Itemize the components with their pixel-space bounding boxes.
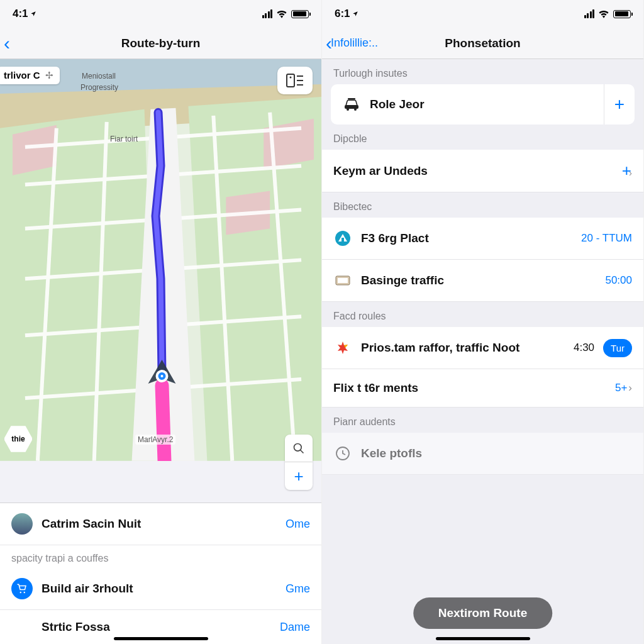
group-header: Bibectec (322, 192, 643, 218)
phone-left: 4:1 ‹ Route-by-turn (0, 0, 322, 644)
home-indicator (436, 637, 530, 640)
wifi-icon (276, 9, 287, 18)
svg-rect-27 (341, 238, 344, 242)
list-row[interactable]: Basinge traffic 50:00 (322, 260, 643, 302)
row-meta: 5+› (615, 382, 632, 394)
bottom-panel: Catrim Sacin Nuit Ome spacity trapi a co… (0, 502, 321, 644)
place-thumb-icon (11, 513, 33, 535)
list-row[interactable]: Flix t t6r ments 5+› (322, 369, 643, 408)
route-plus-icon: ✢ (45, 70, 53, 80)
map-zoom-controls: + (285, 435, 313, 490)
map-search-button[interactable] (285, 435, 313, 462)
svg-point-14 (290, 77, 292, 79)
row-meta: 20 - TTUM (581, 232, 632, 245)
vehicle-row[interactable]: Role Jeor + (331, 84, 635, 125)
next-route-button[interactable]: Nextirom Route (413, 597, 552, 629)
status-bar: 6:1 (322, 0, 643, 28)
section-header: spacity trapi a couffes (0, 545, 321, 568)
back-button[interactable]: ‹ Infolillie:.. (322, 34, 378, 53)
status-time: 4:1 (13, 8, 28, 20)
svg-rect-22 (345, 105, 358, 109)
settings-list: Turlough insutes Role Jeor + Dipcble Key… (322, 59, 643, 644)
location-arrow-icon (30, 11, 36, 17)
traffic-icon (333, 271, 352, 290)
clock-icon (333, 444, 352, 463)
location-arrow-icon (352, 11, 358, 17)
map-menu-button[interactable] (277, 67, 313, 94)
list-row[interactable]: Build air 3rhoult Gme (0, 568, 321, 610)
svg-rect-29 (338, 278, 348, 283)
row-time: 4:30 (574, 341, 594, 354)
list-row[interactable]: F3 6rg Plact 20 - TTUM (322, 218, 643, 260)
map-zoom-in-button[interactable]: + (285, 462, 313, 490)
group-header: Facd roules (322, 302, 643, 327)
road-sign-icon (333, 229, 352, 248)
wifi-icon (598, 9, 609, 18)
status-bar: 4:1 (0, 0, 321, 28)
cart-icon (11, 578, 33, 599)
list-row[interactable]: Catrim Sacin Nuit Ome (0, 503, 321, 545)
row-tag-pill[interactable]: Tur (603, 339, 632, 357)
chevron-left-icon: ‹ (4, 34, 10, 53)
svg-point-23 (347, 108, 349, 111)
group-header: Dipcble (322, 125, 643, 150)
list-row[interactable]: Keym ar Undeds +› (322, 150, 643, 192)
battery-icon (291, 10, 309, 18)
svg-rect-13 (287, 74, 294, 87)
search-icon (292, 442, 305, 455)
list-row[interactable]: Kele ptofls (322, 433, 643, 475)
route-start-chip[interactable]: trlivor C ✢ (0, 67, 60, 84)
svg-point-20 (20, 592, 21, 593)
add-vehicle-button[interactable]: + (604, 84, 635, 125)
list-row[interactable]: Prios.tam raffor, traffic Noot 4:30 Tur (322, 327, 643, 369)
svg-line-19 (301, 450, 304, 453)
map-view[interactable]: trlivor C ✢ Meniostall Progressity Fiar … (0, 59, 321, 502)
svg-rect-25 (348, 98, 355, 100)
nav-title: Route-by-turn (0, 36, 321, 50)
star-burst-icon (333, 338, 352, 357)
cell-signal-icon (262, 9, 273, 18)
svg-point-24 (354, 108, 357, 111)
row-action[interactable]: Dame (280, 621, 310, 634)
home-indicator (114, 637, 208, 640)
status-time: 6:1 (335, 8, 350, 20)
battery-icon (613, 10, 631, 18)
svg-point-12 (161, 375, 164, 377)
svg-point-21 (24, 592, 25, 593)
expand-icon: +› (622, 161, 632, 180)
phone-right: 6:1 ‹ Infolillie:.. Phonsetation Turloug… (322, 0, 644, 644)
plus-icon: + (294, 467, 303, 486)
back-button[interactable]: ‹ (0, 34, 9, 53)
row-meta: 50:00 (605, 274, 632, 287)
nav-bar: ‹ Route-by-turn (0, 28, 321, 59)
svg-point-18 (294, 443, 302, 451)
cell-signal-icon (584, 9, 595, 18)
row-action[interactable]: Gme (286, 582, 310, 596)
car-icon (342, 95, 361, 114)
row-action[interactable]: Ome (286, 518, 310, 531)
nav-bar: ‹ Infolillie:.. Phonsetation (322, 28, 643, 59)
group-header: Turlough insutes (322, 59, 643, 84)
group-header: Pianr audents (322, 408, 643, 433)
